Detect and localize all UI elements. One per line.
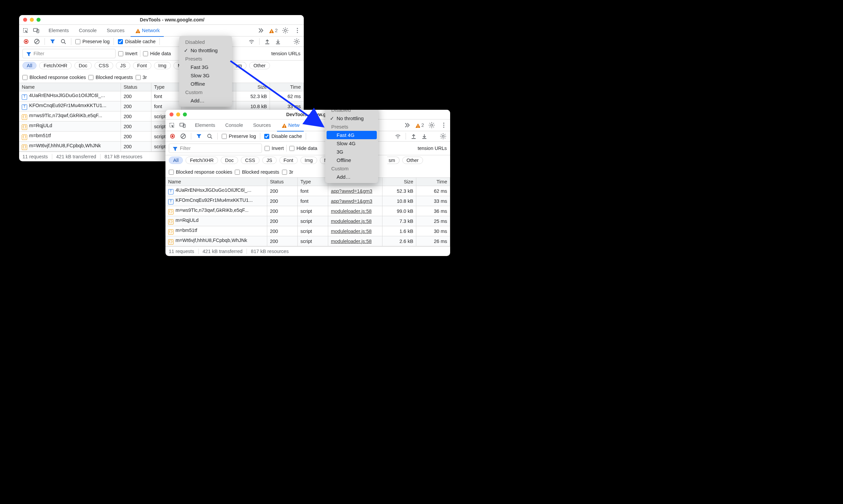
device-toggle-icon[interactable] [178,121,187,129]
chip-img[interactable]: Img [154,62,171,69]
menu-item-no-throttling[interactable]: No throttling [327,114,377,123]
hide-data-checkbox[interactable]: Hide data [143,51,171,56]
record-button[interactable] [169,132,176,140]
col-size[interactable]: Size [236,83,269,91]
settings-icon[interactable] [427,121,436,129]
hide-data-checkbox[interactable]: Hide data [289,146,317,151]
kebab-icon[interactable] [439,121,448,129]
device-toggle-icon[interactable] [32,26,40,35]
col-type[interactable]: Type [297,178,328,186]
wifi-icon[interactable] [394,132,402,140]
preserve-log-checkbox[interactable]: Preserve log [75,39,109,44]
table-row[interactable]: {}m=RqjULd200scriptmoduleloader.js:587.3… [165,216,450,226]
tab-sources[interactable]: Sources [249,120,275,131]
wifi-icon[interactable] [248,38,255,45]
clear-button[interactable] [33,38,40,45]
chip-wasm-cut[interactable]: sm [387,157,399,164]
col-type[interactable]: Type [151,83,181,91]
filter-icon[interactable] [195,132,203,140]
record-button[interactable] [22,38,30,45]
issues-badge[interactable]: 2 [268,28,278,33]
menu-item-add[interactable]: Add… [180,96,231,105]
chip-other[interactable]: Other [402,157,423,164]
chip-doc[interactable]: Doc [221,157,238,164]
blocked-cookies-checkbox[interactable]: Blocked response cookies [169,169,232,175]
chip-fetch[interactable]: Fetch/XHR [186,157,218,164]
chip-doc[interactable]: Doc [74,62,92,69]
close-dot[interactable] [170,112,174,116]
chip-font[interactable]: Font [279,157,298,164]
table-row[interactable]: T4UaRrENHsxJlGDuGo1OIlJfC6l_...200font52… [19,91,304,102]
tab-elements[interactable]: Elements [191,120,219,131]
invert-checkbox[interactable]: Invert [118,51,137,56]
chip-font[interactable]: Font [133,62,152,69]
inspect-icon[interactable] [21,26,30,35]
chip-img[interactable]: Img [300,157,317,164]
chip-all[interactable]: All [22,62,36,69]
table-row[interactable]: {}m=Wt6vjf,hhhU8,FCpbqb,WhJNk200scriptmo… [165,236,450,246]
zoom-dot[interactable] [36,18,40,22]
issues-badge[interactable]: 2 [415,123,424,128]
more-tabs-icon[interactable] [403,121,411,129]
search-icon[interactable] [206,132,213,140]
chip-css[interactable]: CSS [241,157,260,164]
menu-item-fast3g[interactable]: Fast 3G [180,63,231,71]
invert-checkbox[interactable]: Invert [265,146,284,151]
download-icon[interactable] [421,132,428,140]
menu-item-slow4g[interactable]: Slow 4G [327,139,377,148]
preserve-log-checkbox[interactable]: Preserve log [222,133,256,139]
menu-item-no-throttling[interactable]: No throttling [180,46,231,55]
chip-fetch[interactable]: Fetch/XHR [39,62,72,69]
third-party-checkbox-cut[interactable]: 3r [282,169,293,175]
network-settings-icon[interactable] [293,38,300,45]
filter-icon[interactable] [49,38,56,45]
menu-item-slow3g[interactable]: Slow 3G [180,71,231,80]
upload-icon[interactable] [410,132,417,140]
table-row[interactable]: T4UaRrENHsxJlGDuGo1OIlJfC6l_...200fontap… [165,186,450,196]
filter-input[interactable]: Filter [169,144,262,153]
chip-other[interactable]: Other [249,62,270,69]
tab-console[interactable]: Console [75,25,101,36]
chip-css[interactable]: CSS [94,62,113,69]
col-status[interactable]: Status [267,178,297,186]
col-time[interactable]: Time [416,178,450,186]
blocked-cookies-checkbox[interactable]: Blocked response cookies [22,75,86,80]
col-size[interactable]: Size [382,178,416,186]
chip-js[interactable]: JS [262,157,277,164]
disable-cache-checkbox[interactable]: Disable cache [118,39,155,44]
menu-item-offline[interactable]: Offline [180,80,231,88]
inspect-icon[interactable] [168,121,176,129]
menu-item-offline[interactable]: Offline [327,156,377,164]
minimize-dot[interactable] [30,18,34,22]
menu-item-add[interactable]: Add… [327,173,377,181]
blocked-requests-checkbox[interactable]: Blocked requests [235,169,279,175]
chip-all[interactable]: All [169,157,183,164]
tab-sources[interactable]: Sources [103,25,129,36]
search-icon[interactable] [59,38,67,45]
settings-icon[interactable] [281,26,290,35]
col-status[interactable]: Status [121,83,151,91]
filter-input[interactable]: Filter [22,49,116,58]
upload-icon[interactable] [264,38,271,45]
third-party-checkbox-cut[interactable]: 3r [136,75,147,80]
menu-item-3g[interactable]: 3G [327,148,377,156]
table-row[interactable]: {}m=bm51tf200scriptmoduleloader.js:581.6… [165,226,450,236]
tab-elements[interactable]: Elements [45,25,73,36]
more-tabs-icon[interactable] [256,26,265,35]
zoom-dot[interactable] [183,112,187,116]
menu-item-fast4g[interactable]: Fast 4G [327,131,377,139]
chip-js[interactable]: JS [116,62,130,69]
table-row[interactable]: TKFOmCnqEu92Fr1Mu4mxKKTU1...200fontapp?a… [165,196,450,206]
blocked-requests-checkbox[interactable]: Blocked requests [88,75,133,80]
tab-network[interactable]: Network [130,25,164,37]
table-row[interactable]: {}m=ws9Tlc,n73qwf,GkRiKb,e5qF...200scrip… [165,206,450,216]
chip-wasm-cut[interactable]: sm [234,62,246,69]
minimize-dot[interactable] [176,112,180,116]
close-dot[interactable] [23,18,27,22]
kebab-icon[interactable] [293,26,302,35]
disable-cache-checkbox[interactable]: Disable cache [264,133,302,139]
network-settings-icon[interactable] [439,132,447,140]
col-time[interactable]: Time [269,83,303,91]
clear-button[interactable] [179,132,187,140]
col-name[interactable]: Name [19,83,121,91]
